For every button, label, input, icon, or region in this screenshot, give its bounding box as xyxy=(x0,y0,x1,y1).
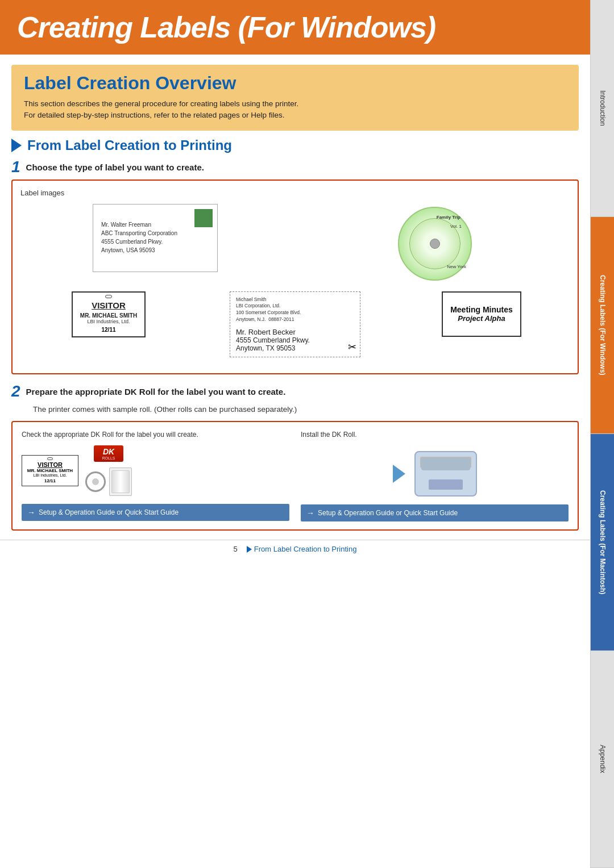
main-content: Creating Labels (For Windows) Label Crea… xyxy=(0,0,590,868)
visitor-name: MR. MICHAEL SMITH xyxy=(76,312,141,319)
cd-outer: Family Trip Vol. 1 New York xyxy=(398,207,472,281)
sidebar-tab-appendix[interactable]: Appendix xyxy=(591,651,614,868)
page-title: Creating Labels (For Windows) xyxy=(17,10,573,44)
footer-page-number: 5 xyxy=(234,545,238,553)
shipping-label: Michael SmithLBI Corporation, Ltd.100 So… xyxy=(230,291,360,358)
printer-icon xyxy=(414,451,477,496)
small-visitor-date: 12/11 xyxy=(24,478,76,483)
label-row-2: VISITOR MR. MICHAEL SMITH LBI Industries… xyxy=(20,291,570,358)
visitor-small-badge: VISITOR MR. MICHAEL SMITH LBI Industries… xyxy=(22,455,78,486)
sidebar: Introduction Creating Labels (For Window… xyxy=(590,0,614,868)
small-visitor-text: VISITOR xyxy=(24,461,76,468)
guide-link-right-wrap: → Setup & Operation Guide or Quick Start… xyxy=(301,504,569,521)
green-square-icon xyxy=(194,209,213,227)
printer-arrow-icon xyxy=(393,465,405,483)
small-visitor-company: LBI Industries, Ltd. xyxy=(24,473,76,477)
visitor-badge: VISITOR MR. MICHAEL SMITH LBI Industries… xyxy=(72,291,146,337)
cd-text-newyork: New York xyxy=(447,264,466,269)
dk-roll-badge: DK ROLLS xyxy=(94,445,123,462)
footer-bar: 5 From Label Creation to Printing xyxy=(0,540,590,558)
subsection-title: From Label Creation to Printing xyxy=(27,137,232,153)
step1-title: Choose the type of label you want to cre… xyxy=(26,159,204,172)
dk-printer-area xyxy=(393,451,477,496)
meeting-label: Meeting Minutes Project Alpha xyxy=(442,291,521,337)
subsection-arrow-icon xyxy=(11,139,22,152)
scissor-icon: ✂ xyxy=(348,341,356,353)
overview-title: Label Creation Overview xyxy=(24,73,566,94)
step2-block: 2 Prepare the appropriate DK Roll for th… xyxy=(11,383,579,531)
guide-link-right-text: Setup & Operation Guide or Quick Start G… xyxy=(318,509,458,517)
step1-header: 1 Choose the type of label you want to c… xyxy=(11,159,579,175)
overview-section: Label Creation Overview This section des… xyxy=(11,65,579,131)
small-badge-hole xyxy=(47,457,53,460)
label-row-1: Mr. Walter Freeman ABC Transporting Corp… xyxy=(20,204,570,283)
overview-desc-line2: For detailed step-by-step instructions, … xyxy=(24,110,566,121)
dk-badge-row: VISITOR MR. MICHAEL SMITH LBI Industries… xyxy=(22,445,289,496)
guide-link-left-arrow-icon: → xyxy=(27,508,35,517)
step2-desc: The printer comes with sample roll. (Oth… xyxy=(33,404,579,415)
visitor-company: LBI Industries, Ltd. xyxy=(76,319,141,324)
subsection-header: From Label Creation to Printing xyxy=(11,137,579,153)
guide-link-left-text: Setup & Operation Guide or Quick Start G… xyxy=(39,508,179,516)
dk-right-title: Install the DK Roll. xyxy=(301,430,357,440)
cd-text-family: Family Trip xyxy=(437,215,460,220)
label-images-box: Label images Mr. Walter Freeman ABC Tran… xyxy=(11,180,579,375)
dk-left: Check the appropriate DK Roll for the la… xyxy=(22,430,289,521)
step2-title: Prepare the appropriate DK Roll for the … xyxy=(26,383,286,397)
shipping-label-item: Michael SmithLBI Corporation, Ltd.100 So… xyxy=(207,291,383,358)
cd-center xyxy=(430,239,440,249)
meeting-subtitle: Project Alpha xyxy=(458,314,505,323)
visitor-badge-item: VISITOR MR. MICHAEL SMITH LBI Industries… xyxy=(20,291,197,337)
dk-text: DK xyxy=(96,447,121,456)
to-addr2: Anytown, TX 95053 xyxy=(236,344,354,352)
dk-roll-icon: DK ROLLS xyxy=(85,445,132,496)
address-label: Mr. Walter Freeman ABC Transporting Corp… xyxy=(93,204,218,272)
meeting-title: Meeting Minutes xyxy=(450,305,513,314)
step1-number: 1 xyxy=(11,159,20,175)
to-name: Mr. Robert Becker xyxy=(236,328,354,336)
footer-link-text: From Label Creation to Printing xyxy=(254,545,357,553)
dk-left-title: Check the appropriate DK Roll for the la… xyxy=(22,430,289,440)
roll-tape-icon xyxy=(109,468,132,496)
sidebar-tab-macintosh-label: Creating Labels (For Macintosh) xyxy=(599,490,607,594)
guide-link-right-arrow-icon: → xyxy=(306,508,314,518)
sidebar-tab-introduction[interactable]: Introduction xyxy=(591,0,614,217)
to-addr1: 4555 Cumberland Pkwy. xyxy=(236,336,354,344)
dk-roll-inner xyxy=(92,478,99,485)
label-images-title: Label images xyxy=(20,189,570,197)
footer-arrow-icon xyxy=(247,546,252,553)
sidebar-tab-appendix-label: Appendix xyxy=(599,745,607,773)
sidebar-tab-macintosh[interactable]: Creating Labels (For Macintosh) xyxy=(591,434,614,651)
sidebar-tab-introduction-label: Introduction xyxy=(599,90,607,126)
visitor-date: 12/11 xyxy=(76,327,141,333)
footer-link[interactable]: From Label Creation to Printing xyxy=(247,545,357,553)
sidebar-tab-windows-label: Creating Labels (For Windows) xyxy=(599,275,607,375)
small-visitor-name: MR. MICHAEL SMITH xyxy=(24,468,76,473)
step1-block: 1 Choose the type of label you want to c… xyxy=(11,159,579,375)
cd-label: Family Trip Vol. 1 New York xyxy=(395,204,475,283)
step2-number: 2 xyxy=(11,383,20,399)
sidebar-tab-windows[interactable]: Creating Labels (For Windows) xyxy=(591,217,614,434)
dk-right: Install the DK Roll. → Setup & Operation… xyxy=(301,430,569,521)
header-banner: Creating Labels (For Windows) xyxy=(0,0,590,55)
visitor-text: VISITOR xyxy=(76,301,141,310)
address-text: Mr. Walter Freeman ABC Transporting Corp… xyxy=(101,220,209,254)
cd-label-item: Family Trip Vol. 1 New York xyxy=(300,204,570,283)
badge-hole-icon xyxy=(105,295,112,298)
overview-desc-line1: This section describes the general proce… xyxy=(24,98,566,110)
dk-sub: ROLLS xyxy=(96,456,121,460)
guide-link-left[interactable]: → Setup & Operation Guide or Quick Start… xyxy=(22,504,289,521)
dk-roll-box: Check the appropriate DK Roll for the la… xyxy=(11,421,579,531)
step2-header: 2 Prepare the appropriate DK Roll for th… xyxy=(11,383,579,399)
from-address: Michael SmithLBI Corporation, Ltd.100 So… xyxy=(236,297,354,324)
cd-text-vol: Vol. 1 xyxy=(450,224,462,229)
guide-link-left-wrap: → Setup & Operation Guide or Quick Start… xyxy=(22,504,289,521)
dk-roll-circle xyxy=(85,471,106,492)
guide-link-right[interactable]: → Setup & Operation Guide or Quick Start… xyxy=(301,504,569,521)
meeting-label-item: Meeting Minutes Project Alpha xyxy=(393,291,570,337)
address-label-item: Mr. Walter Freeman ABC Transporting Corp… xyxy=(20,204,290,272)
